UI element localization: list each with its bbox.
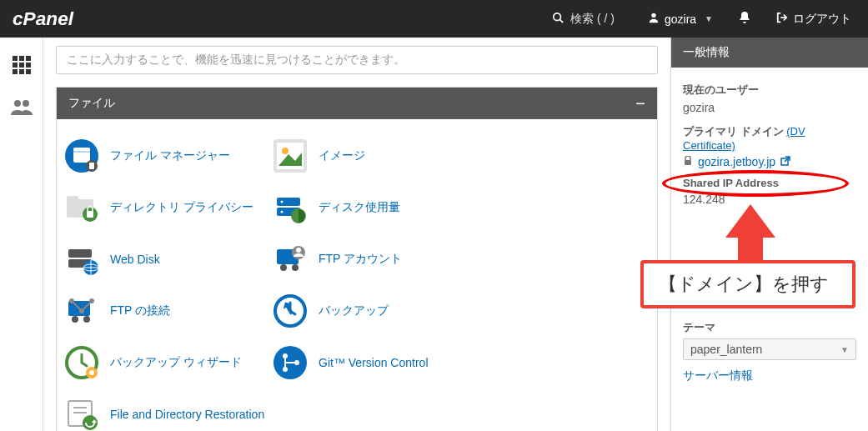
sidebar	[0, 38, 43, 431]
svg-point-55	[283, 353, 288, 358]
header-bar: cPanel 検索 ( / ) gozira ▼ ログアウト	[0, 0, 868, 38]
svg-point-22	[282, 148, 288, 154]
web-disk-icon	[65, 243, 98, 276]
svg-point-31	[281, 211, 283, 213]
svg-point-43	[72, 316, 78, 323]
header-search-label: 検索 ( / )	[570, 12, 615, 27]
collapse-icon[interactable]: −	[635, 95, 645, 112]
item-file-manager[interactable]: ファイル マネージャー	[65, 136, 273, 176]
files-panel-header[interactable]: ファイル −	[57, 88, 657, 119]
svg-point-14	[23, 100, 29, 107]
svg-point-56	[283, 367, 288, 372]
svg-rect-25	[67, 196, 78, 201]
user-icon	[648, 12, 660, 26]
svg-rect-17	[73, 151, 90, 153]
images-icon	[273, 139, 307, 173]
primary-domain-link[interactable]: gozira.jetboy.jp	[683, 155, 856, 168]
theme-label: テーマ	[683, 320, 856, 335]
item-ftp-accounts[interactable]: FTP アカウント	[273, 239, 482, 279]
svg-rect-6	[26, 56, 31, 61]
svg-rect-9	[26, 63, 31, 68]
item-restoration[interactable]: File and Directory Restoration	[65, 394, 273, 431]
item-disk-usage[interactable]: ディスク使用量	[273, 188, 482, 228]
svg-point-1	[554, 13, 561, 21]
username: gozira	[665, 13, 696, 26]
item-backup[interactable]: バックアップ	[273, 291, 482, 331]
external-link-icon	[780, 155, 790, 168]
svg-rect-27	[87, 211, 93, 218]
item-ftp-connections[interactable]: FTP の接続	[65, 291, 273, 331]
svg-rect-33	[68, 249, 92, 258]
logout-icon	[776, 12, 788, 26]
svg-point-44	[83, 316, 90, 323]
svg-rect-12	[26, 69, 31, 74]
svg-line-2	[560, 20, 564, 23]
header-search[interactable]: 検索 ( / )	[552, 12, 615, 27]
git-icon	[273, 346, 307, 379]
svg-point-3	[651, 13, 655, 18]
file-manager-icon	[65, 139, 98, 173]
svg-point-53	[89, 370, 94, 375]
files-panel: ファイル − ファイル マネージャー	[56, 87, 658, 431]
svg-rect-8	[19, 63, 24, 68]
user-menu[interactable]: gozira ▼	[648, 12, 713, 26]
annotation-callout: 【ドメイン】を押す	[640, 260, 855, 308]
svg-point-38	[280, 264, 287, 271]
svg-rect-19	[89, 163, 94, 169]
feature-search-input[interactable]: ここに入力することで、機能を迅速に見つけることができます。	[56, 46, 658, 74]
backup-icon	[273, 294, 307, 328]
theme-select[interactable]: paper_lantern ▼	[683, 338, 856, 360]
item-directory-privacy[interactable]: ディレクトリ プライバシー	[65, 188, 273, 228]
svg-text:cPanel: cPanel	[13, 8, 74, 29]
sidebar-users-icon[interactable]	[9, 94, 34, 119]
logout-button[interactable]: ログアウト	[776, 12, 851, 27]
svg-rect-62	[685, 160, 691, 165]
item-images[interactable]: イメージ	[273, 136, 482, 176]
svg-point-30	[281, 201, 283, 203]
item-backup-wizard[interactable]: バックアップ ウィザード	[65, 343, 273, 383]
svg-point-41	[296, 248, 301, 253]
current-user-label: 現在のユーザー	[683, 83, 856, 98]
svg-rect-16	[73, 148, 90, 163]
cpanel-logo[interactable]: cPanel	[13, 0, 113, 38]
svg-point-57	[294, 360, 299, 365]
directory-privacy-icon	[65, 191, 98, 224]
notifications-icon[interactable]	[738, 11, 751, 27]
server-info-link[interactable]: サーバー情報	[683, 368, 753, 382]
search-placeholder: ここに入力することで、機能を迅速に見つけることができます。	[67, 53, 405, 68]
item-git[interactable]: Git™ Version Control	[273, 343, 482, 383]
general-info-panel: 一般情報 現在のユーザー gozira プライマリ ドメイン (DV Certi…	[670, 38, 868, 431]
caret-down-icon: ▼	[705, 14, 713, 23]
svg-rect-5	[19, 56, 24, 61]
svg-rect-11	[19, 69, 24, 74]
shared-ip-label: Shared IP Address	[683, 177, 856, 189]
right-panel-title: 一般情報	[671, 38, 868, 68]
lock-icon	[683, 155, 693, 168]
panel-title: ファイル	[68, 96, 115, 111]
sidebar-grid-icon[interactable]	[9, 53, 34, 78]
ftp-connections-icon	[65, 294, 98, 328]
svg-point-39	[292, 264, 299, 271]
primary-domain-label: プライマリ ドメイン (DV Certificate)	[683, 124, 856, 152]
logout-label: ログアウト	[793, 12, 851, 27]
backup-wizard-icon	[65, 346, 98, 379]
svg-rect-7	[13, 63, 18, 68]
ftp-accounts-icon	[273, 243, 307, 276]
item-web-disk[interactable]: Web Disk	[65, 239, 273, 279]
svg-point-13	[14, 100, 21, 107]
svg-rect-4	[13, 56, 18, 61]
svg-rect-10	[13, 69, 18, 74]
search-icon	[552, 12, 564, 26]
disk-usage-icon	[273, 191, 307, 224]
svg-rect-28	[277, 198, 300, 206]
current-user-value: gozira	[683, 101, 856, 114]
restoration-icon	[65, 398, 98, 431]
chevron-down-icon: ▼	[840, 345, 849, 354]
